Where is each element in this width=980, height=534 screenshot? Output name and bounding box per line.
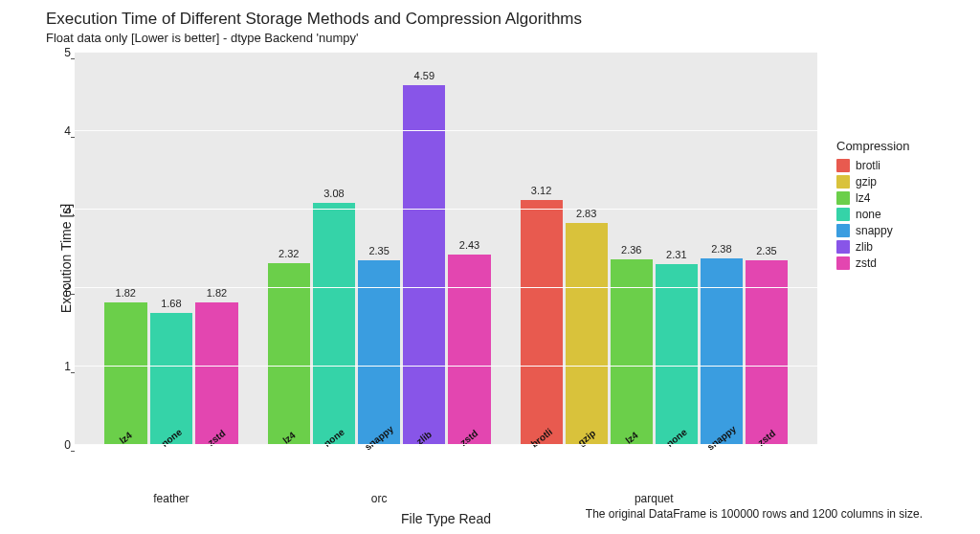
legend-label: gzip xyxy=(856,175,877,189)
y-axis: Execution Time [s] 012345 xyxy=(19,53,75,464)
chart-title: Execution Time of Different Storage Meth… xyxy=(46,10,961,29)
legend-swatch xyxy=(836,175,850,189)
x-group-label-parquet: parquet xyxy=(635,492,674,505)
legend-item-zlib: zlib xyxy=(836,240,961,254)
bar-value-label: 2.36 xyxy=(611,244,653,256)
bar-category-label: zstd xyxy=(746,421,786,456)
legend-item-zstd: zstd xyxy=(836,256,961,270)
bar-orc-zlib: 4.59zlib xyxy=(403,85,445,445)
bar-orc-lz4: 2.32lz4 xyxy=(268,263,310,445)
legend-label: lz4 xyxy=(856,191,870,205)
bar-orc-zstd: 2.43zstd xyxy=(448,255,490,445)
bar-feather-none: 1.68none xyxy=(150,313,192,445)
legend-label: zlib xyxy=(856,240,873,254)
legend: Compression brotligziplz4nonesnappyzlibz… xyxy=(817,53,961,464)
bar-category-label: lz4 xyxy=(269,421,308,456)
gridline xyxy=(75,444,817,445)
bar-value-label: 1.82 xyxy=(195,287,237,299)
legend-swatch xyxy=(836,159,850,172)
bar-category-label: snappy xyxy=(702,421,741,456)
legend-label: snappy xyxy=(856,224,893,237)
bars-layer: 1.82lz41.68none1.82zstd2.32lz43.08none2.… xyxy=(75,53,817,445)
legend-title: Compression xyxy=(836,139,961,153)
y-tick-label: 1 xyxy=(64,360,71,373)
legend-item-none: none xyxy=(836,208,961,221)
y-tick-label: 0 xyxy=(64,438,71,452)
bar-value-label: 2.35 xyxy=(746,245,788,256)
bar-value-label: 4.59 xyxy=(403,70,445,81)
bar-category-label: zstd xyxy=(197,420,237,455)
bar-value-label: 3.12 xyxy=(521,185,563,196)
bar-value-label: 2.35 xyxy=(358,245,400,256)
legend-label: none xyxy=(856,208,881,221)
gridline xyxy=(75,287,817,288)
bar-category-label: zstd xyxy=(450,421,489,456)
bar-parquet-brotli: 3.12brotli xyxy=(521,200,563,445)
legend-item-brotli: brotli xyxy=(836,159,961,172)
y-tick-label: 2 xyxy=(64,281,71,295)
legend-swatch xyxy=(836,240,850,254)
legend-items: brotligziplz4nonesnappyzlibzstd xyxy=(836,159,961,270)
y-ticks: 012345 xyxy=(42,53,71,445)
y-tick-label: 4 xyxy=(64,124,71,138)
bar-category-label: none xyxy=(657,421,696,456)
bar-parquet-none: 2.31none xyxy=(656,264,698,445)
y-tick-label: 3 xyxy=(64,203,71,216)
plot-area: 1.82lz41.68none1.82zstd2.32lz43.08none2.… xyxy=(75,53,817,445)
bar-category-label: gzip xyxy=(567,421,606,456)
bar-category-label: snappy xyxy=(359,421,398,456)
bar-value-label: 1.82 xyxy=(104,287,146,299)
bar-value-label: 2.38 xyxy=(701,243,743,255)
bar-value-label: 2.31 xyxy=(656,249,698,260)
bar-category-label: none xyxy=(314,421,353,456)
bar-category-label: none xyxy=(151,420,191,455)
x-axis-label: File Type Read xyxy=(401,511,491,526)
gridline xyxy=(75,366,817,367)
bar-category-label: zlib xyxy=(405,421,444,456)
bar-category-label: brotli xyxy=(522,421,561,456)
bar-orc-none: 3.08none xyxy=(313,203,355,445)
bar-orc-snappy: 2.35snappy xyxy=(358,260,400,445)
legend-swatch xyxy=(836,191,850,205)
legend-swatch xyxy=(836,208,850,221)
bar-value-label: 3.08 xyxy=(313,188,355,199)
bar-category-label: lz4 xyxy=(612,421,651,456)
chart-container: Execution Time of Different Storage Meth… xyxy=(19,10,961,524)
bar-feather-zstd: 1.82zstd xyxy=(195,302,237,445)
y-tick-label: 5 xyxy=(64,46,71,59)
legend-item-lz4: lz4 xyxy=(836,191,961,205)
chart-subtitle: Float data only [Lower is better] - dtyp… xyxy=(46,31,961,45)
legend-label: brotli xyxy=(856,159,880,172)
legend-swatch xyxy=(836,224,850,237)
bar-feather-lz4: 1.82lz4 xyxy=(104,302,146,445)
x-group-label-feather: feather xyxy=(153,492,189,505)
bar-parquet-gzip: 2.83gzip xyxy=(566,223,608,445)
legend-item-gzip: gzip xyxy=(836,175,961,189)
legend-label: zstd xyxy=(856,256,877,270)
bar-parquet-zstd: 2.35zstd xyxy=(746,260,788,445)
chart-footnote: The original DataFrame is 100000 rows an… xyxy=(586,507,923,521)
gridline xyxy=(75,52,817,53)
legend-item-snappy: snappy xyxy=(836,224,961,237)
x-group-label-orc: orc xyxy=(371,492,388,505)
bar-value-label: 2.43 xyxy=(448,239,490,251)
bar-value-label: 1.68 xyxy=(150,298,192,309)
gridline xyxy=(75,209,817,210)
bar-category-label: lz4 xyxy=(105,420,145,455)
legend-swatch xyxy=(836,256,850,270)
bar-value-label: 2.32 xyxy=(268,248,310,259)
gridline xyxy=(75,130,817,131)
plot-wrap: Execution Time [s] 012345 1.82lz41.68non… xyxy=(19,53,961,464)
